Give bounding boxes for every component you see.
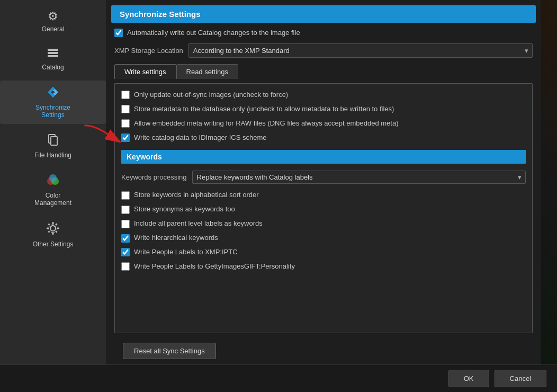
keywords-header: Keywords <box>121 150 526 164</box>
xmp-storage-row: XMP Storage Location According to the XM… <box>114 43 533 58</box>
sidebar-item-label: Catalog <box>42 64 64 71</box>
hierarchical-row: Write hierarchical keywords <box>121 232 526 244</box>
xmp-storage-select[interactable]: According to the XMP Standard Sidecar fi… <box>188 43 533 58</box>
tab-read-settings[interactable]: Read settings <box>176 64 239 79</box>
parent-labels-label: Include all parent level labels as keywo… <box>134 219 263 228</box>
svg-marker-4 <box>48 87 55 97</box>
hierarchical-label: Write hierarchical keywords <box>134 234 218 243</box>
synonyms-checkbox[interactable] <box>121 206 130 214</box>
svg-rect-0 <box>48 49 58 51</box>
cancel-button[interactable]: Cancel <box>495 370 546 387</box>
store-metadata-db-checkbox[interactable] <box>121 105 130 113</box>
tab-write-settings[interactable]: Write settings <box>114 64 176 79</box>
synonyms-row: Store synonyms as keywords too <box>121 203 526 216</box>
tabs-row: Write settings Read settings <box>114 64 533 79</box>
gear-icon: ⚙ <box>48 11 58 22</box>
svg-rect-15 <box>48 223 50 225</box>
svg-point-9 <box>49 174 57 182</box>
footer: OK Cancel <box>0 364 557 392</box>
settings-content: Automatically write out Catalog changes … <box>106 27 541 364</box>
auto-write-checkbox[interactable] <box>114 29 123 37</box>
color-management-icon <box>46 174 60 189</box>
sidebar-item-synchronize[interactable]: SynchronizeSettings <box>0 81 106 124</box>
allow-embedded-row: Allow embedded meta writing for RAW file… <box>121 118 526 130</box>
allow-embedded-label: Allow embedded meta writing for RAW file… <box>134 119 399 128</box>
svg-rect-1 <box>48 52 58 54</box>
keywords-processing-row: Keywords processing Replace keywords wit… <box>121 169 526 187</box>
sidebar-item-label: Other Settings <box>33 240 74 248</box>
sidebar-item-catalog[interactable]: Catalog <box>0 42 106 76</box>
write-catalog-row: Write catalog data to IDImager ICS schem… <box>121 132 526 144</box>
store-metadata-db-label: Store metadata to the database only (unc… <box>134 105 394 114</box>
only-update-label: Only update out-of-sync images (uncheck … <box>134 91 288 100</box>
auto-write-row: Automatically write out Catalog changes … <box>114 27 533 39</box>
ok-button[interactable]: OK <box>448 370 489 387</box>
svg-rect-12 <box>52 232 54 235</box>
sidebar: ⚙ General Catalog SynchronizeSettings <box>0 0 106 364</box>
file-handling-icon <box>47 133 59 148</box>
write-catalog-label: Write catalog data to IDImager ICS schem… <box>134 133 266 142</box>
sidebar-item-general[interactable]: ⚙ General <box>0 5 106 38</box>
auto-write-label: Automatically write out Catalog changes … <box>127 29 300 38</box>
people-getty-label: Write People Labels to GettyImagesGIFT:P… <box>134 262 295 271</box>
alphabetical-checkbox[interactable] <box>121 191 130 200</box>
people-iptc-checkbox[interactable] <box>121 248 130 256</box>
svg-rect-2 <box>48 55 58 57</box>
alphabetical-row: Store keywords in alphabetical sort orde… <box>121 189 526 201</box>
content-area: Synchronize Settings Automatically write… <box>106 0 541 364</box>
keywords-processing-label: Keywords processing <box>121 173 187 181</box>
parent-labels-checkbox[interactable] <box>121 220 130 228</box>
people-iptc-label: Write People Labels to XMP:IPTC <box>134 248 238 257</box>
allow-embedded-checkbox[interactable] <box>121 119 130 128</box>
keywords-processing-select-wrapper: Replace keywords with Catalog labels Add… <box>192 171 526 184</box>
right-strip <box>541 0 557 364</box>
svg-rect-17 <box>48 230 50 233</box>
xmp-storage-select-wrapper: According to the XMP Standard Sidecar fi… <box>188 43 533 58</box>
sidebar-item-color-management[interactable]: ColorManagement <box>0 168 106 212</box>
only-update-row: Only update out-of-sync images (uncheck … <box>121 89 526 101</box>
people-getty-checkbox[interactable] <box>121 262 130 271</box>
people-getty-row: Write People Labels to GettyImagesGIFT:P… <box>121 261 526 273</box>
sidebar-item-label: ColorManagement <box>34 192 71 207</box>
keywords-processing-select[interactable]: Replace keywords with Catalog labels Add… <box>192 171 526 184</box>
sidebar-item-label: File Handling <box>34 152 71 159</box>
sidebar-item-other-settings[interactable]: Other Settings <box>0 216 106 253</box>
svg-rect-6 <box>51 137 57 145</box>
right-strip-decoration <box>541 0 557 364</box>
svg-point-19 <box>50 226 56 231</box>
reset-sync-settings-button[interactable]: Reset all Sync Settings <box>123 343 216 359</box>
settings-box: Only update out-of-sync images (uncheck … <box>114 83 533 333</box>
write-catalog-checkbox[interactable] <box>121 133 130 142</box>
store-metadata-db-row: Store metadata to the database only (unc… <box>121 103 526 115</box>
sidebar-item-label: General <box>42 25 65 33</box>
alphabetical-label: Store keywords in alphabetical sort orde… <box>134 191 259 200</box>
section-header: Synchronize Settings <box>111 5 536 23</box>
sidebar-item-label: SynchronizeSettings <box>35 104 70 119</box>
catalog-icon <box>47 48 59 60</box>
synonyms-label: Store synonyms as keywords too <box>134 205 235 214</box>
only-update-checkbox[interactable] <box>121 91 130 99</box>
hierarchical-checkbox[interactable] <box>121 234 130 243</box>
xmp-storage-label: XMP Storage Location <box>114 47 183 55</box>
people-iptc-row: Write People Labels to XMP:IPTC <box>121 246 526 259</box>
other-settings-icon <box>46 221 60 237</box>
parent-labels-row: Include all parent level labels as keywo… <box>121 218 526 230</box>
dialog-panel: Synchronize Settings Automatically write… <box>106 0 541 364</box>
synchronize-icon <box>46 86 60 101</box>
bottom-area: Reset all Sync Settings <box>114 337 533 364</box>
sidebar-item-file-handling[interactable]: File Handling <box>0 128 106 164</box>
